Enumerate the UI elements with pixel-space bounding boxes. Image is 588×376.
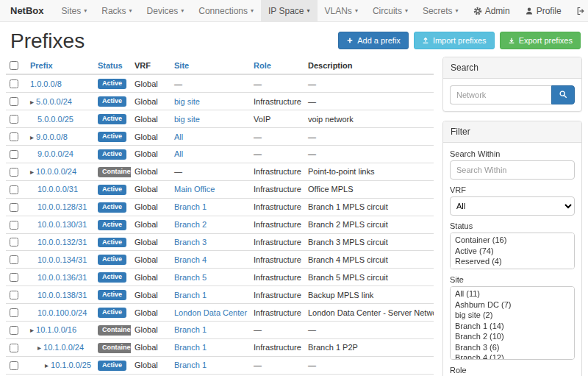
row-checkbox[interactable]: [10, 308, 18, 317]
expand-caret-icon[interactable]: ▸: [45, 361, 49, 369]
export-prefixes-button[interactable]: Export prefixes: [500, 32, 581, 49]
site-link[interactable]: —: [174, 167, 182, 176]
site-link[interactable]: Branch 5: [174, 273, 207, 282]
column-header-status[interactable]: Status: [98, 61, 123, 70]
site-link[interactable]: big site: [174, 97, 200, 106]
admin-link[interactable]: Admin: [466, 0, 517, 21]
nav-item[interactable]: IP Space ▾: [261, 0, 318, 21]
listbox-option[interactable]: Container (16): [451, 235, 574, 246]
prefix-link[interactable]: 10.0.0.132/31: [37, 238, 87, 246]
column-header-prefix[interactable]: Prefix: [30, 61, 53, 70]
site-link[interactable]: Branch 1: [174, 343, 207, 352]
listbox-option[interactable]: Branch 3 (6): [451, 342, 574, 353]
prefix-link[interactable]: 5.0.0.0/25: [37, 115, 74, 124]
prefix-link[interactable]: 10.0.0.128/31: [37, 202, 87, 211]
row-checkbox[interactable]: [10, 203, 18, 212]
site-link[interactable]: Main Office: [174, 185, 215, 194]
prefix-link[interactable]: 10.0.0.130/31: [37, 220, 87, 229]
prefix-link[interactable]: 5.0.0.0/24: [36, 97, 72, 106]
search-within-input[interactable]: [450, 160, 575, 180]
listbox-option[interactable]: Ashburn DC (7): [451, 299, 574, 311]
row-checkbox[interactable]: [10, 255, 18, 264]
site-link[interactable]: Branch 1: [174, 291, 207, 299]
nav-item[interactable]: VLANs ▾: [318, 0, 365, 21]
prefix-link[interactable]: 1.0.0.0/8: [30, 79, 62, 88]
listbox-option[interactable]: Deprecated (1): [451, 267, 574, 270]
prefix-link[interactable]: 10.1.0.0/24: [43, 343, 84, 352]
listbox-option[interactable]: Branch 4 (12): [451, 352, 574, 360]
nav-item[interactable]: Sites ▾: [54, 0, 95, 21]
row-checkbox[interactable]: [10, 185, 18, 194]
site-link[interactable]: London Data Center: [174, 308, 247, 317]
row-checkbox[interactable]: [10, 238, 18, 246]
prefix-link[interactable]: 10.0.100.0/24: [37, 308, 87, 317]
nav-item[interactable]: Devices ▾: [140, 0, 192, 21]
site-link[interactable]: All: [174, 149, 183, 158]
sidebar: Search Filter Search Within VRF: [442, 57, 582, 376]
site-link[interactable]: Branch 1: [174, 202, 207, 211]
logout-link[interactable]: Log out: [569, 0, 588, 21]
row-checkbox[interactable]: [10, 344, 18, 352]
row-checkbox[interactable]: [10, 168, 18, 177]
expand-caret-icon[interactable]: ▸: [30, 168, 34, 176]
row-checkbox[interactable]: [10, 150, 18, 159]
site-link[interactable]: All: [174, 132, 183, 141]
site-link[interactable]: Branch 4: [174, 255, 207, 264]
site-link[interactable]: —: [174, 79, 182, 88]
prefix-link[interactable]: 10.0.0.0/24: [36, 167, 76, 176]
prefix-link[interactable]: 9.0.0.0/24: [37, 149, 74, 158]
download-icon: [508, 37, 515, 44]
nav-item[interactable]: Circuits ▾: [365, 0, 415, 21]
logout-icon: [576, 7, 585, 15]
expand-caret-icon[interactable]: ▸: [30, 326, 34, 334]
listbox-option[interactable]: Branch 1 (14): [451, 321, 574, 332]
site-link[interactable]: Branch 1: [174, 325, 207, 334]
nav-item[interactable]: Connections ▾: [191, 0, 261, 21]
expand-caret-icon[interactable]: ▸: [37, 344, 41, 352]
import-prefixes-button[interactable]: Import prefixes: [414, 32, 495, 49]
prefix-link[interactable]: 10.0.0.134/31: [37, 255, 87, 264]
listbox-option[interactable]: Branch 2 (10): [451, 331, 574, 342]
profile-link[interactable]: Profile: [517, 0, 569, 21]
row-checkbox[interactable]: [10, 132, 18, 141]
row-checkbox[interactable]: [10, 115, 18, 124]
prefix-link[interactable]: 10.0.0.138/31: [37, 291, 87, 299]
column-header-site[interactable]: Site: [174, 61, 189, 70]
add-prefix-button[interactable]: Add a prefix: [338, 32, 409, 49]
nav-item[interactable]: Secrets ▾: [415, 0, 466, 21]
listbox-option[interactable]: big site (2): [451, 310, 574, 321]
prefix-link[interactable]: 10.0.0.136/31: [37, 273, 87, 282]
nav-item[interactable]: Racks ▾: [94, 0, 139, 21]
select-all-checkbox[interactable]: [10, 61, 18, 70]
listbox-option[interactable]: All (11): [451, 288, 574, 299]
site-link[interactable]: Branch 3: [174, 238, 207, 246]
site-link[interactable]: Branch 1: [174, 361, 207, 369]
chevron-down-icon: ▾: [456, 7, 459, 14]
status-filter-listbox[interactable]: Container (16)Active (74)Reserved (4)Dep…: [450, 233, 575, 269]
row-checkbox[interactable]: [10, 361, 18, 370]
row-checkbox[interactable]: [10, 291, 18, 299]
row-checkbox[interactable]: [10, 326, 18, 335]
brand[interactable]: NetBox: [0, 0, 54, 21]
row-checkbox[interactable]: [10, 97, 18, 106]
expand-caret-icon[interactable]: ▸: [30, 133, 34, 141]
listbox-option[interactable]: Active (74): [451, 246, 574, 257]
site-filter-listbox[interactable]: All (11)Ashburn DC (7)big site (2)Branch…: [450, 286, 575, 360]
table-row: ▸5.0.0.0/24 Active Global big site Infra…: [6, 93, 434, 110]
search-button[interactable]: [551, 85, 575, 104]
vrf-cell: Global: [131, 233, 171, 251]
expand-caret-icon[interactable]: ▸: [30, 98, 34, 106]
site-link[interactable]: Branch 2: [174, 220, 207, 229]
listbox-option[interactable]: Reserved (4): [451, 256, 574, 267]
row-checkbox[interactable]: [10, 79, 18, 88]
site-link[interactable]: big site: [174, 115, 200, 124]
prefix-link[interactable]: 9.0.0.0/8: [36, 132, 68, 141]
prefix-link[interactable]: 10.0.0.0/31: [37, 185, 78, 194]
column-header-role[interactable]: Role: [254, 61, 271, 70]
search-input[interactable]: [450, 85, 551, 104]
prefix-link[interactable]: 10.1.0.0/25: [51, 361, 91, 369]
vrf-filter-select[interactable]: All: [450, 196, 575, 216]
prefix-link[interactable]: 10.1.0.0/16: [36, 325, 76, 334]
row-checkbox[interactable]: [10, 221, 18, 230]
row-checkbox[interactable]: [10, 273, 18, 282]
